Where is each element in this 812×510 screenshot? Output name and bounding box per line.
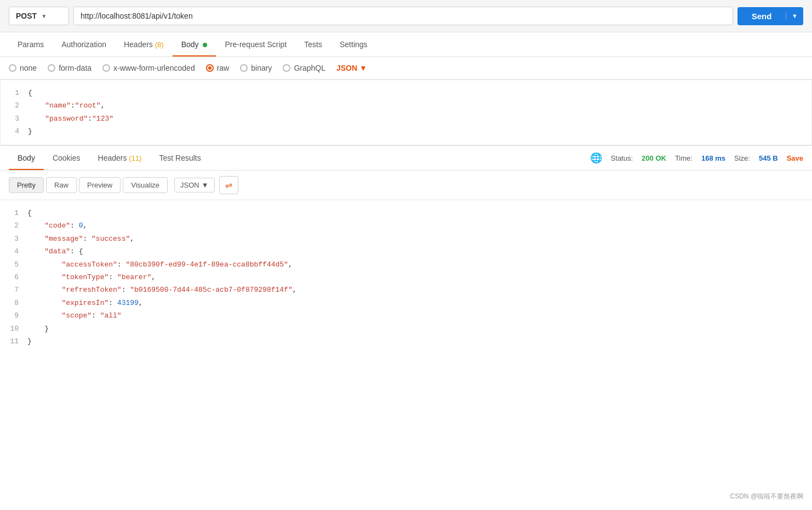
send-dropdown-icon[interactable]: ▼: [786, 13, 803, 19]
res-line-4: 4 "data": {: [0, 245, 812, 258]
radio-none: [9, 64, 16, 72]
method-label: POST: [16, 12, 37, 20]
response-tab-cookies[interactable]: Cookies: [44, 146, 89, 170]
save-response-button[interactable]: Save: [787, 154, 803, 162]
option-x-www[interactable]: x-www-form-urlencoded: [102, 64, 195, 72]
response-body-editor: 1 { 2 "code": 0, 3 "message": "success",…: [0, 200, 812, 354]
radio-raw: [206, 64, 214, 72]
body-options: none form-data x-www-form-urlencoded raw…: [0, 57, 812, 80]
option-none[interactable]: none: [9, 64, 37, 72]
tab-authorization[interactable]: Authorization: [53, 32, 115, 56]
response-headers-badge: (11): [129, 154, 141, 162]
tab-settings[interactable]: Settings: [331, 32, 376, 56]
json-dropdown-chevron: ▼: [359, 64, 367, 72]
res-line-8: 8 "expiresIn": 43199,: [0, 297, 812, 309]
globe-icon: 🌐: [590, 152, 602, 164]
res-line-6: 6 "tokenType": "bearer",: [0, 271, 812, 284]
response-tab-test-results[interactable]: Test Results: [150, 146, 209, 170]
tab-body[interactable]: Body: [173, 32, 216, 56]
tab-pre-request[interactable]: Pre-request Script: [216, 32, 295, 56]
format-visualize[interactable]: Visualize: [123, 177, 168, 193]
req-line-4: 4 }: [1, 125, 811, 138]
radio-graphql: [283, 64, 290, 72]
format-pretty[interactable]: Pretty: [9, 177, 44, 193]
radio-x-www: [102, 64, 110, 72]
response-tab-body[interactable]: Body: [9, 146, 44, 170]
method-select[interactable]: POST ▼: [9, 7, 69, 25]
method-chevron-icon: ▼: [41, 13, 47, 19]
res-line-2: 2 "code": 0,: [0, 219, 812, 232]
res-line-10: 10 }: [0, 322, 812, 335]
response-meta: 🌐 Status: 200 OK Time: 168 ms Size: 545 …: [590, 146, 803, 169]
send-button[interactable]: Send ▼: [737, 7, 803, 25]
option-binary[interactable]: binary: [240, 64, 272, 72]
response-tabs-bar: Body Cookies Headers (11) Test Results 🌐…: [0, 146, 812, 171]
tab-headers[interactable]: Headers (8): [115, 32, 173, 56]
res-line-1: 1 {: [0, 207, 812, 219]
tab-tests[interactable]: Tests: [295, 32, 331, 56]
radio-form-data: [48, 64, 55, 72]
response-tab-left: Body Cookies Headers (11) Test Results: [9, 146, 210, 170]
tab-params[interactable]: Params: [9, 32, 53, 56]
res-line-7: 7 "refreshToken": "b0169500-7d44-485c-ac…: [0, 284, 812, 296]
option-graphql[interactable]: GraphQL: [283, 64, 325, 72]
option-form-data[interactable]: form-data: [48, 64, 92, 72]
req-line-1: 1 {: [1, 87, 811, 99]
res-line-9: 9 "scope": "all": [0, 309, 812, 322]
req-line-3: 3 "password":"123": [1, 112, 811, 125]
body-active-dot: [203, 43, 207, 47]
radio-binary: [240, 64, 248, 72]
response-tab-headers[interactable]: Headers (11): [89, 146, 151, 170]
res-line-5: 5 "accessToken": "80cb390f-ed99-4e1f-89e…: [0, 258, 812, 271]
top-bar: POST ▼ Send ▼: [0, 0, 812, 32]
request-body-editor[interactable]: 1 { 2 "name":"root", 3 "password":"123" …: [0, 80, 812, 145]
res-line-3: 3 "message": "success",: [0, 233, 812, 245]
response-json-dropdown[interactable]: JSON ▼: [174, 178, 215, 192]
request-tabs: Params Authorization Headers (8) Body Pr…: [0, 32, 812, 57]
send-label: Send: [737, 12, 786, 21]
response-json-chevron: ▼: [202, 181, 209, 189]
option-raw[interactable]: raw: [206, 64, 230, 72]
format-preview[interactable]: Preview: [79, 177, 121, 193]
req-line-2: 2 "name":"root",: [1, 99, 811, 112]
response-format-bar: Pretty Raw Preview Visualize JSON ▼ ⇌: [0, 171, 812, 200]
format-raw[interactable]: Raw: [46, 177, 77, 193]
res-line-11: 11 }: [0, 335, 812, 348]
url-input[interactable]: [73, 7, 733, 25]
wrap-button[interactable]: ⇌: [219, 176, 238, 194]
headers-badge: (8): [155, 41, 164, 49]
json-type-dropdown[interactable]: JSON ▼: [336, 64, 367, 72]
